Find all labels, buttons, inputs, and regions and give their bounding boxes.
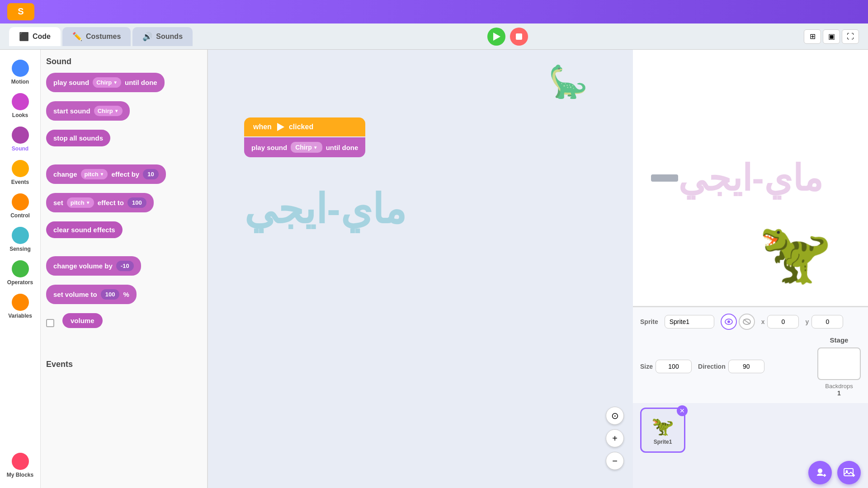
start-sound-label: start sound — [53, 107, 90, 115]
pitch-effect-value[interactable]: 10 — [143, 169, 158, 179]
size-group: Size — [640, 360, 692, 373]
size-input[interactable] — [656, 360, 692, 373]
volume-checkbox[interactable] — [46, 319, 54, 327]
tab-sounds[interactable]: 🔊 Sounds — [132, 27, 193, 46]
canvas-area: 🦕 ماي-ايجي when clicked play sound Chirp… — [208, 50, 633, 488]
blocks-panel-title: Sound — [46, 57, 202, 66]
svg-point-6 — [727, 320, 730, 323]
zoom-in-button[interactable]: + — [606, 429, 624, 447]
svg-marker-2 — [493, 33, 500, 41]
sounds-icon: 🔊 — [142, 32, 152, 42]
sidebar-item-sensing[interactable]: Sensing — [2, 224, 38, 255]
effect-by-label: effect by — [111, 170, 139, 178]
sidebar-item-myblocks[interactable]: My Blocks — [2, 450, 38, 481]
view-mode-fullscreen[interactable]: ⛶ — [842, 29, 859, 44]
block-set-volume[interactable]: set volume to 100 % — [46, 285, 202, 309]
direction-input[interactable] — [728, 360, 764, 373]
set-effect-label: set — [53, 199, 63, 206]
eye-slash-icon — [743, 319, 751, 325]
block-set-pitch-effect[interactable]: set pitch ▼ effect to 100 — [46, 193, 202, 217]
eye-icon — [725, 319, 733, 325]
stop-button[interactable] — [510, 28, 528, 46]
sidebar-item-control[interactable]: Control — [2, 191, 38, 221]
pitch-dropdown-1[interactable]: pitch ▼ — [81, 169, 108, 179]
x-coord-input[interactable] — [767, 315, 799, 328]
stage-sidebar-section: Stage Backdrops 1 — [817, 336, 861, 397]
effect-to-label: effect to — [98, 199, 124, 206]
block-clear-sound-effects[interactable]: clear sound effects — [46, 221, 202, 243]
play-sound-label: play sound — [53, 79, 89, 86]
events-circle — [12, 160, 29, 177]
add-backdrop-button[interactable] — [837, 461, 861, 484]
sidebar-item-events[interactable]: Events — [2, 157, 38, 188]
operators-label: Operators — [7, 279, 33, 286]
sidebar-item-variables[interactable]: Variables — [2, 291, 38, 322]
blocks-panel: Sound play sound Chirp ▼ until done star… — [41, 50, 208, 488]
svg-text:S: S — [18, 6, 24, 16]
block-play-sound-until-done[interactable]: play sound Chirp ▼ until done — [46, 73, 202, 97]
sprite-item-sprite1[interactable]: ✕ 🦖 Sprite1 — [640, 408, 685, 453]
block-start-sound[interactable]: start sound Chirp ▼ — [46, 101, 202, 125]
bottom-add-buttons — [633, 457, 868, 488]
block-change-pitch-effect[interactable]: change pitch ▼ effect by 10 — [46, 164, 202, 188]
hide-sprite-button[interactable] — [739, 314, 755, 330]
variables-circle — [12, 294, 29, 311]
canvas-chirp-dropdown[interactable]: Chirp ▼ — [291, 142, 322, 153]
sidebar-item-operators[interactable]: Operators — [2, 258, 38, 288]
canvas-play-sound-block[interactable]: play sound Chirp ▼ until done — [244, 137, 365, 157]
motion-circle — [12, 60, 29, 77]
green-flag-button[interactable] — [487, 28, 505, 46]
variables-label: Variables — [8, 313, 32, 319]
direction-group: Direction — [698, 360, 764, 373]
chirp-dropdown-2[interactable]: Chirp ▼ — [94, 106, 123, 116]
percent-label: % — [123, 291, 129, 298]
change-volume-label: change volume by — [53, 262, 113, 270]
control-circle — [12, 193, 29, 211]
y-coord-group: y — [805, 315, 843, 328]
volume-to-value[interactable]: 100 — [101, 289, 120, 300]
sidebar-item-motion[interactable]: Motion — [2, 57, 38, 88]
add-sprite-button[interactable] — [808, 461, 832, 484]
volume-change-value[interactable]: -10 — [116, 261, 134, 271]
operators-circle — [12, 260, 29, 277]
block-change-volume[interactable]: change volume by -10 — [46, 256, 202, 280]
stage-dino: 🦖 — [759, 219, 832, 288]
sprite-delete-button[interactable]: ✕ — [677, 405, 688, 416]
svg-line-8 — [744, 319, 750, 324]
categories-sidebar: Motion Looks Sound Events Control Sensin… — [0, 50, 41, 488]
zoom-out-button[interactable]: − — [606, 452, 624, 470]
chirp-dropdown-1[interactable]: Chirp ▼ — [93, 77, 121, 88]
tabs-bar: ⬛ Code ✏️ Costumes 🔊 Sounds ⊞ ▣ ⛶ — [0, 23, 868, 50]
show-sprite-button[interactable] — [721, 314, 737, 330]
sensing-circle — [12, 227, 29, 244]
stage-thumbnail[interactable] — [817, 347, 861, 380]
main-area: Motion Looks Sound Events Control Sensin… — [0, 50, 868, 488]
code-icon: ⬛ — [19, 32, 29, 42]
until-done-label: until done — [125, 79, 157, 86]
myblocks-label: My Blocks — [7, 472, 33, 478]
tab-costumes-label: Costumes — [86, 33, 121, 41]
size-text-label: Size — [640, 363, 653, 370]
x-coord-group: x — [761, 315, 799, 328]
canvas-arabic-decoration: ماي-ايجي — [244, 185, 406, 233]
tab-code[interactable]: ⬛ Code — [9, 27, 61, 46]
sprite-text-label: Sprite — [640, 318, 658, 325]
pitch-to-value[interactable]: 100 — [127, 197, 146, 208]
visibility-buttons — [721, 314, 755, 330]
tab-costumes[interactable]: ✏️ Costumes — [62, 27, 131, 46]
change-effect-label: change — [53, 170, 77, 178]
stage-preview: ماي-ايجي 🦖 — [633, 50, 868, 307]
y-coord-input[interactable] — [811, 315, 843, 328]
zoom-fit-button[interactable]: ⊙ — [606, 407, 624, 425]
backdrops-count: 1 — [837, 389, 841, 397]
sidebar-item-looks[interactable]: Looks — [2, 90, 38, 121]
pitch-dropdown-2[interactable]: pitch ▼ — [67, 197, 94, 208]
view-mode-split[interactable]: ⊞ — [804, 29, 821, 44]
sidebar-item-sound[interactable]: Sound — [2, 124, 38, 155]
view-mode-editor[interactable]: ▣ — [823, 29, 840, 44]
when-clicked-block[interactable]: when clicked — [244, 117, 365, 136]
add-sprite-icon — [814, 467, 826, 479]
sprite-name-input[interactable] — [665, 315, 714, 328]
block-volume-reporter[interactable]: volume — [46, 313, 202, 333]
block-stop-all-sounds[interactable]: stop all sounds — [46, 130, 202, 151]
